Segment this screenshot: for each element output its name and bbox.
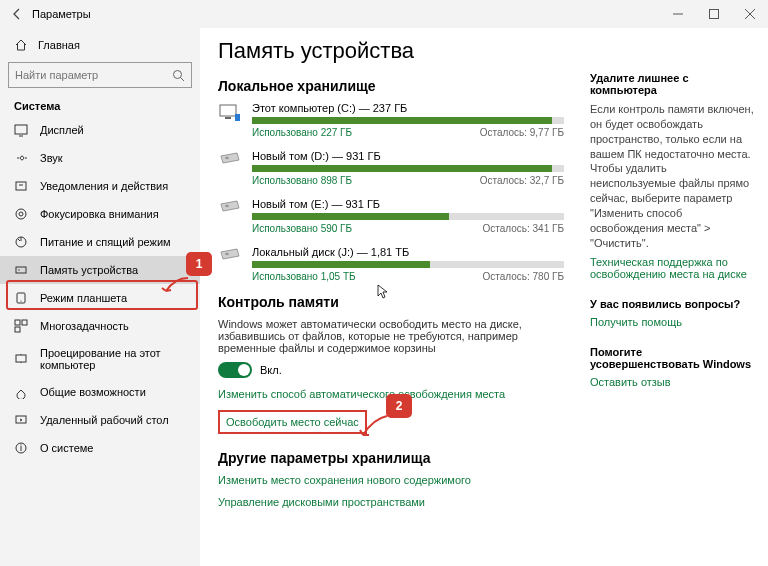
storage-sense-description: Windows может автоматически освободить м… bbox=[218, 318, 538, 354]
sidebar-item-label: Звук bbox=[40, 152, 63, 164]
right-paragraph-1: Если контроль памяти включен, он будет о… bbox=[590, 102, 754, 250]
page-title: Память устройства bbox=[218, 38, 564, 64]
svg-point-4 bbox=[174, 70, 182, 78]
sidebar-home[interactable]: Главная bbox=[0, 32, 200, 58]
sidebar-section-header: Система bbox=[0, 96, 200, 116]
drive-usage-bar bbox=[252, 117, 564, 124]
manage-storage-spaces-link[interactable]: Управление дисковыми пространствами bbox=[218, 496, 564, 508]
drive-icon bbox=[218, 150, 242, 186]
drive-usage-bar bbox=[252, 165, 564, 172]
window-title: Параметры bbox=[32, 8, 91, 20]
search-icon bbox=[172, 69, 185, 82]
sidebar-item-3[interactable]: Фокусировка внимания bbox=[0, 200, 200, 228]
svg-point-28 bbox=[225, 157, 229, 160]
sidebar-item-icon bbox=[14, 319, 28, 333]
drive-icon bbox=[218, 246, 242, 282]
svg-point-29 bbox=[225, 205, 229, 208]
sidebar-item-label: О системе bbox=[40, 442, 93, 454]
annotation-badge-2: 2 bbox=[386, 394, 412, 418]
svg-rect-13 bbox=[16, 267, 26, 273]
drive-usage-bar bbox=[252, 213, 564, 220]
svg-point-16 bbox=[20, 300, 21, 301]
svg-rect-27 bbox=[235, 114, 240, 121]
sidebar-item-icon bbox=[14, 441, 28, 455]
svg-rect-6 bbox=[15, 125, 27, 134]
drive-row[interactable]: Новый том (D:) — 931 ГБИспользовано 898 … bbox=[218, 150, 564, 186]
right-heading-1: Удалите лишнее с компьютера bbox=[590, 72, 754, 96]
sidebar-item-11[interactable]: О системе bbox=[0, 434, 200, 462]
svg-point-24 bbox=[20, 444, 21, 445]
drive-row[interactable]: Новый том (E:) — 931 ГБИспользовано 590 … bbox=[218, 198, 564, 234]
sidebar-item-label: Дисплей bbox=[40, 124, 84, 136]
sidebar-item-icon bbox=[14, 179, 28, 193]
local-storage-heading: Локальное хранилище bbox=[218, 78, 564, 94]
back-button[interactable] bbox=[6, 7, 28, 21]
sidebar-item-7[interactable]: Многозадачность bbox=[0, 312, 200, 340]
sidebar-item-label: Фокусировка внимания bbox=[40, 208, 159, 220]
storage-sense-heading: Контроль памяти bbox=[218, 294, 564, 310]
right-heading-3: Помогите усовершенствовать Windows bbox=[590, 346, 754, 370]
svg-point-30 bbox=[225, 253, 229, 256]
svg-point-10 bbox=[16, 209, 26, 219]
feedback-link[interactable]: Оставить отзыв bbox=[590, 376, 754, 388]
storage-sense-toggle[interactable]: Вкл. bbox=[218, 362, 564, 378]
minimize-button[interactable] bbox=[660, 0, 696, 28]
sidebar-item-icon bbox=[14, 151, 28, 165]
sidebar-item-0[interactable]: Дисплей bbox=[0, 116, 200, 144]
drive-icon bbox=[218, 198, 242, 234]
get-help-link[interactable]: Получить помощь bbox=[590, 316, 754, 328]
support-link[interactable]: Техническая поддержка по освобождению ме… bbox=[590, 256, 754, 280]
svg-point-14 bbox=[18, 269, 19, 270]
sidebar-item-label: Проецирование на этот компьютер bbox=[40, 347, 186, 371]
drive-row[interactable]: Этот компьютер (C:) — 237 ГБИспользовано… bbox=[218, 102, 564, 138]
drive-name: Новый том (E:) — 931 ГБ bbox=[252, 198, 564, 210]
drive-icon bbox=[218, 102, 242, 138]
maximize-button[interactable] bbox=[696, 0, 732, 28]
sidebar-item-6[interactable]: Режим планшета bbox=[0, 284, 200, 312]
sidebar-item-icon bbox=[14, 207, 28, 221]
sidebar-item-5[interactable]: Память устройства bbox=[0, 256, 200, 284]
sidebar-item-10[interactable]: Удаленный рабочий стол bbox=[0, 406, 200, 434]
drive-used: Использовано 227 ГБ bbox=[252, 127, 352, 138]
toggle-switch[interactable] bbox=[218, 362, 252, 378]
sidebar-item-9[interactable]: Общие возможности bbox=[0, 378, 200, 406]
right-heading-2: У вас появились вопросы? bbox=[590, 298, 754, 310]
sidebar-item-label: Память устройства bbox=[40, 264, 138, 276]
change-save-location-link[interactable]: Изменить место сохранения нового содержи… bbox=[218, 474, 564, 486]
sidebar-item-icon bbox=[14, 413, 28, 427]
drive-used: Использовано 898 ГБ bbox=[252, 175, 352, 186]
right-sidebar: Удалите лишнее с компьютера Если контрол… bbox=[582, 28, 768, 566]
drive-usage-bar bbox=[252, 261, 564, 268]
close-button[interactable] bbox=[732, 0, 768, 28]
drive-free: Осталось: 780 ГБ bbox=[482, 271, 564, 282]
sidebar-item-icon bbox=[14, 235, 28, 249]
free-space-now-link[interactable]: Освободить место сейчас bbox=[226, 416, 359, 428]
search-box[interactable] bbox=[8, 62, 192, 88]
sidebar-item-label: Питание и спящий режим bbox=[40, 236, 171, 248]
sidebar-item-8[interactable]: Проецирование на этот компьютер bbox=[0, 340, 200, 378]
other-storage-heading: Другие параметры хранилища bbox=[218, 450, 564, 466]
svg-rect-17 bbox=[15, 320, 20, 325]
sidebar-item-icon bbox=[14, 263, 28, 277]
svg-point-11 bbox=[19, 212, 23, 216]
sidebar-item-icon bbox=[14, 123, 28, 137]
svg-rect-8 bbox=[16, 182, 26, 190]
sidebar-item-2[interactable]: Уведомления и действия bbox=[0, 172, 200, 200]
drive-free: Осталось: 341 ГБ bbox=[482, 223, 564, 234]
sidebar-item-4[interactable]: Питание и спящий режим bbox=[0, 228, 200, 256]
svg-line-5 bbox=[181, 77, 185, 81]
drive-name: Локальный диск (J:) — 1,81 ТБ bbox=[252, 246, 564, 258]
sidebar-item-label: Уведомления и действия bbox=[40, 180, 168, 192]
drive-used: Использовано 1,05 ТБ bbox=[252, 271, 356, 282]
annotation-badge-1: 1 bbox=[186, 252, 212, 276]
sidebar-item-label: Общие возможности bbox=[40, 386, 146, 398]
svg-rect-19 bbox=[15, 327, 20, 332]
drive-row[interactable]: Локальный диск (J:) — 1,81 ТБИспользован… bbox=[218, 246, 564, 282]
sidebar-item-icon bbox=[14, 291, 28, 305]
sidebar-item-icon bbox=[14, 385, 28, 399]
search-input[interactable] bbox=[15, 69, 155, 81]
svg-rect-20 bbox=[16, 355, 26, 362]
toggle-label: Вкл. bbox=[260, 364, 282, 376]
sidebar-home-label: Главная bbox=[38, 39, 80, 51]
sidebar-item-1[interactable]: Звук bbox=[0, 144, 200, 172]
